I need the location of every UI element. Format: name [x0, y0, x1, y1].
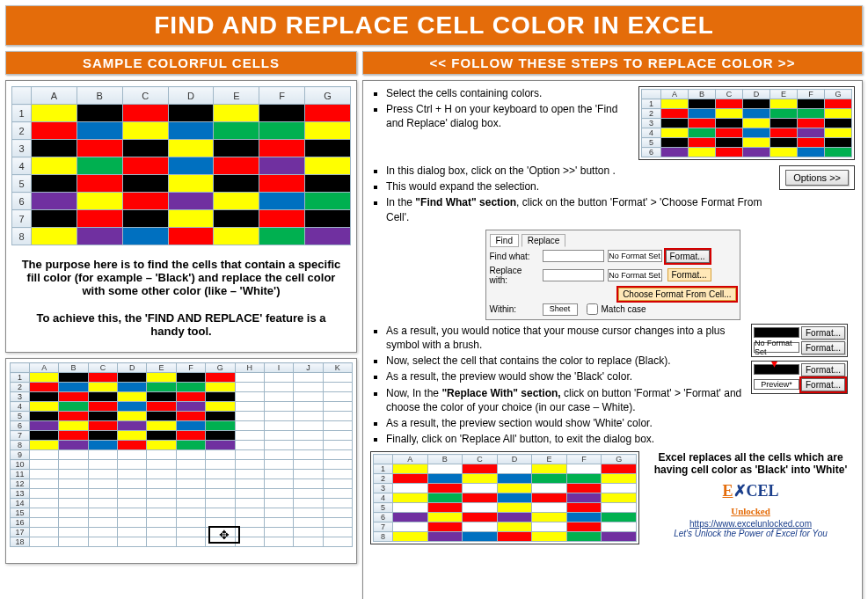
within-select[interactable]: Sheet	[543, 303, 578, 316]
within-label: Within:	[490, 304, 539, 314]
tagline: Let's Unlock the Power of Excel for You	[674, 529, 828, 538]
purpose-text: The purpose here is to find the cells th…	[11, 254, 351, 301]
match-case-checkbox[interactable]	[587, 303, 598, 315]
replace-format-preview: No Format Set	[608, 269, 662, 281]
white-preview-block: ▾ Format... Preview*Format...	[751, 361, 848, 394]
steps-panel: Select the cells containing colors. Pres…	[362, 80, 863, 599]
format-btn-1[interactable]: Format...	[801, 326, 845, 340]
replace-with-label: Replace with:	[490, 266, 539, 285]
tab-find[interactable]: Find	[490, 234, 519, 247]
options-button[interactable]: Options >>	[785, 170, 849, 186]
right-heading: << FOLLOW THESE STEPS TO REPLACE COLOR >…	[362, 51, 863, 75]
step-1: Select the cells containing colors.	[386, 86, 631, 100]
black-preview-block: Format... No Format SetFormat...	[751, 324, 848, 357]
step-8: As a result, the preview would show the …	[386, 369, 746, 384]
step-4: This would expand the selection.	[386, 179, 772, 194]
website-link[interactable]: https://www.excelunlocked.com	[689, 519, 812, 529]
step-11: Finally, click on 'Replace All' button, …	[386, 432, 746, 446]
format-btn-2[interactable]: Format...	[801, 341, 845, 354]
format-menu-item[interactable]: Format...	[667, 268, 711, 281]
step-5: In the "Find What" section, click on the…	[386, 195, 772, 223]
mini-grid-image: ABCDEFG 123456	[638, 86, 855, 160]
left-heading: SAMPLE COLORFUL CELLS	[5, 51, 357, 75]
excel-unlocked-logo: E✗CEL Unlocked	[646, 481, 855, 519]
find-format-preview: No Format Set	[608, 250, 662, 262]
sample-grid: ABCDEFG 12345678	[11, 86, 351, 245]
find-what-input[interactable]	[543, 250, 604, 262]
achieve-text: To achieve this, the 'FIND AND REPLACE' …	[11, 308, 351, 341]
replace-with-input[interactable]	[543, 269, 604, 281]
choose-format-from-cell[interactable]: Choose Format From Cell...	[618, 288, 735, 301]
result-grid-image: ABCDEFG 12345678	[370, 451, 639, 544]
step-7: Now, select the cell that contains the c…	[386, 354, 746, 368]
options-button-image: Options >>	[779, 165, 855, 190]
step-2: Press Ctrl + H on your keyboard to open …	[386, 102, 631, 130]
match-case-label: Match case	[602, 304, 646, 314]
step-6: As a result, you would notice that your …	[386, 324, 746, 352]
main-title: FIND AND REPLACE CELL COLOR IN EXCEL	[5, 5, 863, 46]
sample-panel: ABCDEFG 12345678 The purpose here is to …	[5, 80, 357, 353]
find-replace-dialog: Find Replace Find what: No Format Set Fo…	[485, 230, 740, 320]
move-cursor-icon: ✥	[208, 526, 240, 544]
result-summary: Excel replaces all the cells which are h…	[646, 451, 855, 476]
find-what-label: Find what:	[490, 252, 539, 261]
worksheet-panel: ABCDEFGHIJK 123456789101112131415161718 …	[5, 358, 357, 564]
find-format-button[interactable]: Format...	[666, 250, 710, 263]
step-10: As a result, the preview section would s…	[386, 416, 746, 430]
tab-replace[interactable]: Replace	[522, 234, 566, 247]
step-9: Now, In the "Replace With" section, clic…	[386, 386, 746, 414]
format-btn-4[interactable]: Format...	[801, 378, 845, 391]
worksheet-grid[interactable]: ABCDEFGHIJK 123456789101112131415161718	[10, 362, 353, 547]
step-3: In this dialog box, click on the 'Option…	[386, 164, 772, 178]
format-btn-3[interactable]: Format...	[801, 363, 845, 376]
